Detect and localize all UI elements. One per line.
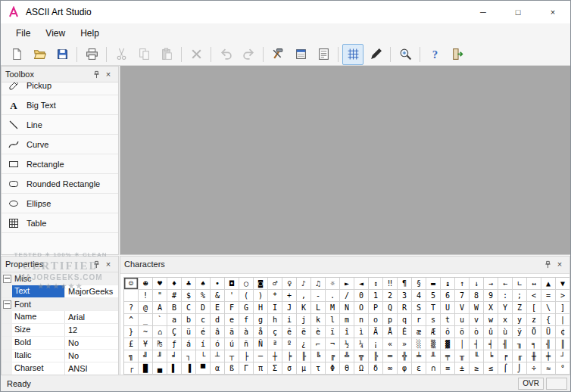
char-cell[interactable]: ▀ bbox=[196, 362, 211, 375]
property-value[interactable]: 12 bbox=[65, 325, 118, 336]
char-cell[interactable]: V bbox=[455, 302, 470, 314]
characters-pin-icon[interactable] bbox=[541, 259, 554, 269]
char-cell[interactable]: M bbox=[326, 302, 340, 314]
char-cell[interactable]: S bbox=[412, 302, 426, 314]
char-cell[interactable]: ^ bbox=[124, 314, 139, 326]
char-cell[interactable]: ╖ bbox=[513, 338, 527, 350]
char-cell[interactable]: ═ bbox=[383, 350, 398, 362]
char-cell[interactable]: ; bbox=[513, 290, 527, 302]
char-cell[interactable]: ▼ bbox=[556, 278, 569, 290]
char-cell[interactable]: ╝ bbox=[139, 350, 153, 362]
toolbar-cut-button[interactable] bbox=[111, 44, 132, 65]
char-cell[interactable]: τ bbox=[311, 362, 326, 375]
char-cell[interactable]: ┬ bbox=[225, 350, 239, 362]
char-cell[interactable]: ë bbox=[297, 326, 311, 338]
toolbar-undo-button[interactable] bbox=[215, 44, 236, 65]
char-cell[interactable]: { bbox=[541, 314, 556, 326]
char-cell[interactable]: ╚ bbox=[311, 350, 326, 362]
property-value[interactable]: MajorGeeks bbox=[65, 286, 118, 297]
char-cell[interactable]: } bbox=[124, 326, 139, 338]
char-cell[interactable]: n bbox=[354, 314, 369, 326]
property-row-charset[interactable]: CharsetANSI bbox=[2, 362, 118, 375]
char-cell[interactable]: ! bbox=[139, 290, 153, 302]
toolbar-grid-toggle-button[interactable] bbox=[342, 44, 364, 65]
char-cell[interactable]: « bbox=[383, 338, 398, 350]
toolbar-help-button[interactable]: ? bbox=[424, 44, 445, 65]
char-cell[interactable]: Ö bbox=[527, 326, 541, 338]
property-value[interactable]: No bbox=[65, 338, 118, 349]
char-cell[interactable]: ? bbox=[124, 302, 139, 314]
char-cell[interactable]: w bbox=[484, 314, 498, 326]
toolbar-delete-button[interactable] bbox=[186, 44, 207, 65]
char-cell[interactable]: G bbox=[239, 302, 254, 314]
char-cell[interactable]: o bbox=[369, 314, 383, 326]
char-cell[interactable]: ≤ bbox=[484, 362, 498, 375]
char-cell[interactable]: ô bbox=[441, 326, 455, 338]
char-cell[interactable]: # bbox=[167, 290, 182, 302]
char-cell[interactable]: Φ bbox=[326, 362, 340, 375]
char-cell[interactable]: ß bbox=[225, 362, 239, 375]
char-cell[interactable]: ↓ bbox=[470, 278, 484, 290]
char-cell[interactable]: ┌ bbox=[124, 362, 139, 375]
char-cell[interactable]: • bbox=[211, 278, 225, 290]
char-cell[interactable]: ╦ bbox=[354, 350, 369, 362]
drawing-canvas[interactable] bbox=[120, 66, 570, 255]
toolbox-pin-icon[interactable] bbox=[90, 69, 102, 79]
char-cell[interactable]: 7 bbox=[455, 290, 470, 302]
char-cell[interactable]: ╥ bbox=[455, 350, 470, 362]
toolbox-item-pickup[interactable]: Pickup bbox=[2, 82, 118, 95]
toolbar-open-button[interactable] bbox=[29, 44, 50, 65]
char-cell[interactable]: å bbox=[254, 326, 268, 338]
char-cell[interactable]: ↕ bbox=[369, 278, 383, 290]
char-cell[interactable]: O bbox=[354, 302, 369, 314]
char-cell[interactable]: ~ bbox=[139, 326, 153, 338]
char-cell[interactable]: ◘ bbox=[225, 278, 239, 290]
char-cell[interactable]: ⌡ bbox=[513, 362, 527, 375]
char-cell[interactable]: ║ bbox=[556, 338, 569, 350]
char-cell[interactable]: [ bbox=[527, 302, 541, 314]
menu-help[interactable]: Help bbox=[73, 26, 107, 41]
char-cell[interactable]: ╤ bbox=[441, 350, 455, 362]
char-cell[interactable]: ◙ bbox=[254, 278, 268, 290]
property-name[interactable]: Text bbox=[12, 285, 65, 297]
char-cell[interactable]: ê bbox=[282, 326, 297, 338]
char-cell[interactable]: ú bbox=[225, 338, 239, 350]
char-cell[interactable]: B bbox=[167, 302, 182, 314]
char-cell[interactable]: ♠ bbox=[196, 278, 211, 290]
char-cell[interactable]: 8 bbox=[470, 290, 484, 302]
char-cell[interactable]: µ bbox=[297, 362, 311, 375]
char-cell[interactable]: ▐ bbox=[182, 362, 196, 375]
property-value[interactable]: No bbox=[65, 350, 118, 362]
char-cell[interactable]: m bbox=[340, 314, 354, 326]
char-cell[interactable]: p bbox=[383, 314, 398, 326]
minimize-button[interactable]: ─ bbox=[466, 1, 501, 23]
char-cell[interactable]: ╪ bbox=[541, 350, 556, 362]
char-cell[interactable]: ½ bbox=[340, 338, 354, 350]
char-cell[interactable]: i bbox=[282, 314, 297, 326]
char-cell[interactable]: v bbox=[470, 314, 484, 326]
char-cell[interactable]: I bbox=[268, 302, 282, 314]
char-cell[interactable]: ↑ bbox=[455, 278, 470, 290]
char-cell[interactable]: ╕ bbox=[527, 338, 541, 350]
toolbar-pen-button[interactable] bbox=[365, 44, 386, 65]
char-cell[interactable]: ≥ bbox=[470, 362, 484, 375]
char-cell[interactable]: ╙ bbox=[470, 350, 484, 362]
properties-close-icon[interactable]: × bbox=[102, 259, 114, 269]
char-cell[interactable]: W bbox=[470, 302, 484, 314]
char-cell[interactable]: | bbox=[556, 314, 569, 326]
characters-close-icon[interactable]: × bbox=[554, 259, 566, 269]
char-cell[interactable]: ╡ bbox=[484, 338, 498, 350]
toolbar-exit-button[interactable] bbox=[447, 44, 468, 65]
char-cell[interactable]: ▲ bbox=[541, 278, 556, 290]
char-cell[interactable]: ù bbox=[498, 326, 513, 338]
char-cell[interactable]: H bbox=[254, 302, 268, 314]
char-cell[interactable]: ε bbox=[412, 362, 426, 375]
toolbox-item-rounded-rectangle[interactable]: Rounded Rectangle bbox=[2, 174, 118, 194]
char-cell[interactable]: ≡ bbox=[441, 362, 455, 375]
char-cell[interactable]: C bbox=[182, 302, 196, 314]
char-cell[interactable]: ) bbox=[254, 290, 268, 302]
char-cell[interactable]: ¼ bbox=[354, 338, 369, 350]
char-cell[interactable]: k bbox=[311, 314, 326, 326]
char-cell[interactable]: φ bbox=[398, 362, 412, 375]
char-cell[interactable]: ∩ bbox=[426, 362, 441, 375]
